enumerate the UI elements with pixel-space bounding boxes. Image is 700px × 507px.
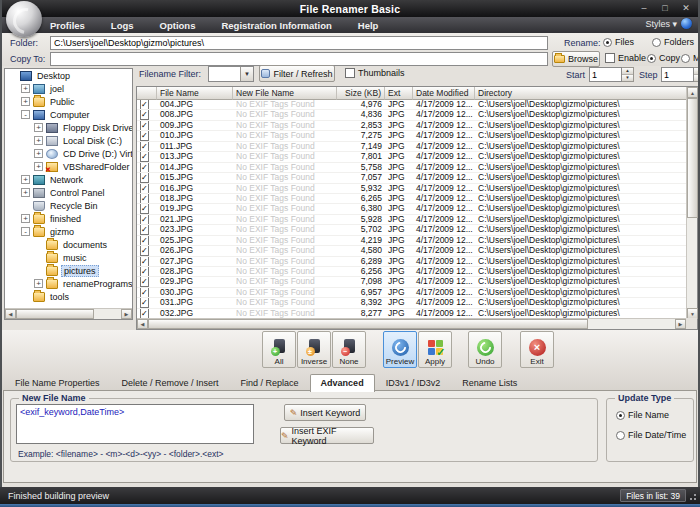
tree-item[interactable]: + Network (5, 173, 132, 186)
move-radio[interactable] (681, 54, 690, 63)
table-horizontal-scrollbar[interactable]: ◀▶ (137, 318, 686, 329)
thumbnails-checkbox[interactable] (345, 68, 355, 78)
row-checkbox[interactable]: ✓ (140, 152, 149, 161)
table-vertical-scrollbar[interactable]: ▲ ▼ (686, 87, 697, 319)
tree-item[interactable]: + Public (5, 95, 132, 108)
tree-item[interactable]: + CD Drive (D:) VirtualBox Guest (5, 147, 132, 160)
tree-item[interactable]: + finished (5, 212, 132, 225)
row-checkbox[interactable]: ✓ (140, 163, 149, 172)
row-checkbox[interactable]: ✓ (140, 267, 149, 276)
row-checkbox[interactable]: ✓ (140, 173, 149, 182)
styles-dropdown[interactable]: Styles ▾ (645, 19, 677, 29)
copy-radio[interactable] (647, 54, 656, 63)
menu-logs[interactable]: Logs (111, 20, 134, 31)
tab-id3v1-id3v2[interactable]: ID3v1 / ID3v2 (375, 374, 452, 391)
row-checkbox[interactable]: ✓ (140, 225, 149, 234)
tab-rename-lists[interactable]: Rename Lists (451, 374, 528, 391)
expander-icon[interactable]: + (34, 279, 43, 288)
insert-exif-keyword-button[interactable]: ✎Insert EXIF Keyword (280, 427, 374, 444)
row-checkbox[interactable]: ✓ (140, 257, 149, 266)
row-checkbox[interactable]: ✓ (140, 215, 149, 224)
row-checkbox[interactable]: ✓ (140, 204, 149, 213)
table-row[interactable]: ✓ 021.JPG No EXIF Tags Found 5,928 JPG 4… (137, 215, 687, 225)
table-row[interactable]: ✓ 004.JPG No EXIF Tags Found 4,976 JPG 4… (137, 100, 687, 110)
menu-registration[interactable]: Registration Information (221, 20, 331, 31)
table-row[interactable]: ✓ 009.JPG No EXIF Tags Found 2,853 JPG 4… (137, 121, 687, 131)
select-all-button[interactable]: + All (262, 331, 296, 368)
row-checkbox[interactable]: ✓ (140, 309, 149, 318)
folder-input[interactable] (50, 36, 548, 50)
table-row[interactable]: ✓ 029.JPG No EXIF Tags Found 7,098 JPG 4… (137, 277, 687, 287)
tree-horizontal-scrollbar[interactable]: ◀ ▶ (5, 308, 132, 319)
table-row[interactable]: ✓ 011.JPG No EXIF Tags Found 7,149 JPG 4… (137, 142, 687, 152)
vscroll-thumb[interactable] (687, 98, 698, 218)
menu-help[interactable]: Help (358, 20, 379, 31)
table-row[interactable]: ✓ 026.JPG No EXIF Tags Found 4,580 JPG 4… (137, 246, 687, 256)
row-checkbox[interactable]: ✓ (140, 142, 149, 151)
table-row[interactable]: ✓ 008.JPG No EXIF Tags Found 4,836 JPG 4… (137, 110, 687, 120)
tree-item[interactable]: + Local Disk (C:) (5, 134, 132, 147)
row-checkbox[interactable]: ✓ (140, 184, 149, 193)
table-row[interactable]: ✓ 027.JPG No EXIF Tags Found 6,289 JPG 4… (137, 257, 687, 267)
header-directory[interactable]: Directory (475, 87, 687, 100)
menu-options[interactable]: Options (160, 20, 196, 31)
minimize-button[interactable]: – (638, 2, 650, 14)
rename-folders-radio[interactable] (652, 38, 661, 47)
row-checkbox[interactable]: ✓ (140, 236, 149, 245)
expander-icon[interactable]: - (21, 110, 30, 119)
rename-files-radio[interactable] (603, 38, 612, 47)
table-row[interactable]: ✓ 018.JPG No EXIF Tags Found 6,265 JPG 4… (137, 194, 687, 204)
tree-item[interactable]: documents (5, 238, 132, 251)
hscroll-thumb[interactable] (148, 319, 588, 329)
close-button[interactable]: ✕ (680, 2, 692, 14)
expander-icon[interactable]: + (34, 136, 43, 145)
expander-icon[interactable]: + (21, 188, 30, 197)
table-row[interactable]: ✓ 014.JPG No EXIF Tags Found 5,758 JPG 4… (137, 163, 687, 173)
update-file-name-radio[interactable] (616, 411, 625, 420)
preview-button[interactable]: Preview (383, 331, 417, 368)
row-checkbox[interactable]: ✓ (140, 131, 149, 140)
new-file-name-textarea[interactable]: <exif_keyword,DateTime> (16, 404, 254, 444)
step-spin-buttons[interactable]: ▲▼ (694, 67, 700, 82)
insert-keyword-button[interactable]: ✎Insert Keyword (284, 404, 366, 421)
row-checkbox[interactable]: ✓ (140, 110, 149, 119)
tree-item[interactable]: + Floppy Disk Drive (A:) (5, 121, 132, 134)
row-checkbox[interactable]: ✓ (140, 121, 149, 130)
table-row[interactable]: ✓ 015.JPG No EXIF Tags Found 7,057 JPG 4… (137, 173, 687, 183)
start-spin-buttons[interactable]: ▲▼ (622, 67, 634, 82)
expander-icon[interactable]: + (21, 97, 30, 106)
tree-item[interactable]: + renamePrograms (5, 277, 132, 290)
header-ext[interactable]: Ext (385, 87, 413, 100)
filename-filter-dropdown[interactable]: ▼ (208, 66, 254, 82)
tree-item[interactable]: Desktop (5, 69, 132, 82)
select-none-button[interactable]: − None (332, 331, 366, 368)
header-size[interactable]: Size (KB) (337, 87, 385, 100)
row-checkbox[interactable]: ✓ (140, 288, 149, 297)
header-new-file-name[interactable]: New File Name (233, 87, 337, 100)
undo-button[interactable]: Undo (468, 331, 502, 368)
tree-item[interactable]: + Control Panel (5, 186, 132, 199)
tree-item[interactable]: pictures (5, 264, 132, 277)
row-checkbox[interactable]: ✓ (140, 277, 149, 286)
expander-icon[interactable]: + (21, 214, 30, 223)
tree-item[interactable]: - Computer (5, 108, 132, 121)
table-row[interactable]: ✓ 013.JPG No EXIF Tags Found 7,801 JPG 4… (137, 152, 687, 162)
expander-icon[interactable]: + (34, 149, 43, 158)
row-checkbox[interactable]: ✓ (140, 246, 149, 255)
tree-item[interactable]: + joel (5, 82, 132, 95)
table-row[interactable]: ✓ 028.JPG No EXIF Tags Found 6,256 JPG 4… (137, 267, 687, 277)
enable-checkbox[interactable] (605, 53, 615, 63)
select-inverse-button[interactable]: ± Inverse (297, 331, 331, 368)
tree-item[interactable]: tools (5, 290, 132, 303)
header-date-modified[interactable]: Date Modified (413, 87, 475, 100)
table-row[interactable]: ✓ 030.JPG No EXIF Tags Found 6,957 JPG 4… (137, 288, 687, 298)
chevron-down-icon[interactable]: ▼ (240, 67, 253, 81)
expander-icon[interactable]: - (21, 227, 30, 236)
table-row[interactable]: ✓ 010.JPG No EXIF Tags Found 7,275 JPG 4… (137, 131, 687, 141)
expander-icon[interactable]: + (21, 175, 30, 184)
exit-button[interactable]: × Exit (520, 331, 554, 368)
maximize-button[interactable]: □ (659, 2, 671, 14)
table-row[interactable]: ✓ 019.JPG No EXIF Tags Found 6,380 JPG 4… (137, 204, 687, 214)
tab-delete-remove-insert[interactable]: Delete / Remove / Insert (111, 374, 230, 391)
row-checkbox[interactable]: ✓ (140, 298, 149, 307)
